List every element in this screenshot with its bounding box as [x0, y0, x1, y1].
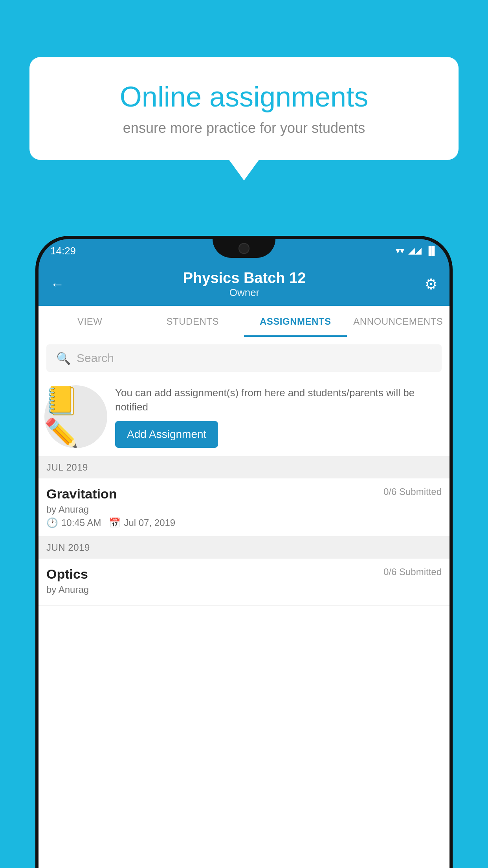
speech-bubble-container: Online assignments ensure more practice …: [29, 57, 459, 160]
assignment-time-row: 🕐 10:45 AM 📅 Jul 07, 2019: [46, 517, 442, 528]
month-header-jul: JUL 2019: [39, 456, 449, 478]
assignment-date: Jul 07, 2019: [124, 517, 175, 528]
add-assignment-button[interactable]: Add Assignment: [115, 421, 218, 448]
assignment-by-optics: by Anurag: [46, 584, 442, 595]
phone-mockup: 14:29 ▾▾ ◢◢ ▐▌ ← Physics Batch 12 Owner …: [35, 236, 453, 868]
screen-content: 🔍 Search 📒✏️ You can add assignment(s) f…: [39, 337, 449, 868]
notch-camera: [238, 243, 250, 254]
header-subtitle: Owner: [64, 287, 424, 299]
notebook-icon: 📒✏️: [44, 384, 107, 449]
tab-announcements[interactable]: ANNOUNCEMENTS: [347, 306, 450, 337]
speech-bubble: Online assignments ensure more practice …: [29, 57, 459, 160]
tabs-bar: VIEW STUDENTS ASSIGNMENTS ANNOUNCEMENTS: [39, 306, 449, 337]
assignment-top-row: Gravitation 0/6 Submitted: [46, 486, 442, 502]
status-icons: ▾▾ ◢◢ ▐▌: [396, 246, 438, 256]
signal-icon: ◢◢: [408, 246, 422, 256]
speech-bubble-subtitle: ensure more practice for your students: [57, 120, 431, 136]
tab-students[interactable]: STUDENTS: [141, 306, 244, 337]
tab-assignments[interactable]: ASSIGNMENTS: [244, 306, 347, 337]
promo-description: You can add assignment(s) from here and …: [115, 386, 442, 414]
clock-icon: 🕐: [46, 517, 58, 528]
tab-view[interactable]: VIEW: [39, 306, 141, 337]
search-icon: 🔍: [56, 351, 71, 365]
header-center: Physics Batch 12 Owner: [64, 270, 424, 299]
wifi-icon: ▾▾: [396, 246, 404, 256]
search-placeholder: Search: [77, 351, 114, 365]
assignment-submitted: 0/6 Submitted: [383, 486, 442, 497]
assignment-item-optics[interactable]: Optics 0/6 Submitted by Anurag: [39, 559, 449, 606]
promo-section: 📒✏️ You can add assignment(s) from here …: [39, 377, 449, 456]
search-bar[interactable]: 🔍 Search: [46, 344, 442, 372]
battery-icon: ▐▌: [426, 246, 438, 256]
promo-text-area: You can add assignment(s) from here and …: [115, 386, 442, 448]
speech-bubble-title: Online assignments: [57, 81, 431, 113]
assignment-top-row-optics: Optics 0/6 Submitted: [46, 566, 442, 582]
time-item: 🕐 10:45 AM: [46, 517, 101, 528]
phone-inner: 14:29 ▾▾ ◢◢ ▐▌ ← Physics Batch 12 Owner …: [39, 239, 449, 868]
assignment-item-gravitation[interactable]: Gravitation 0/6 Submitted by Anurag 🕐 10…: [39, 478, 449, 537]
promo-icon-circle: 📒✏️: [44, 385, 107, 448]
assignment-name: Gravitation: [46, 486, 117, 502]
app-header: ← Physics Batch 12 Owner ⚙: [39, 263, 449, 306]
date-item: 📅 Jul 07, 2019: [109, 517, 175, 528]
phone-notch: [213, 239, 275, 258]
assignment-name-optics: Optics: [46, 566, 88, 582]
back-button[interactable]: ←: [50, 276, 64, 292]
calendar-icon: 📅: [109, 517, 121, 528]
assignment-submitted-optics: 0/6 Submitted: [383, 566, 442, 577]
assignment-time: 10:45 AM: [61, 517, 101, 528]
header-title: Physics Batch 12: [64, 270, 424, 287]
settings-icon[interactable]: ⚙: [424, 276, 438, 293]
assignment-by: by Anurag: [46, 504, 442, 515]
status-time: 14:29: [50, 245, 76, 257]
month-header-jun: JUN 2019: [39, 537, 449, 559]
